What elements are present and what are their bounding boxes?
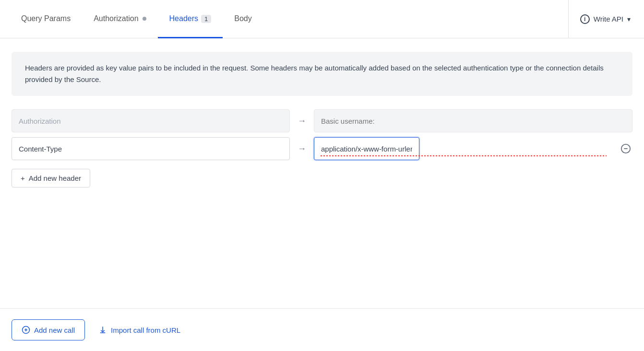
main-content: Headers are provided as key value pairs … <box>0 38 644 308</box>
tab-headers[interactable]: Headers 1 <box>158 0 223 38</box>
add-header-label: Add new header <box>29 174 81 182</box>
header-key-authorization[interactable] <box>12 109 290 132</box>
header-value-content-type[interactable] <box>314 137 419 160</box>
remove-header-button[interactable] <box>619 142 632 155</box>
add-call-button[interactable]: Add new call <box>12 319 85 340</box>
info-icon: i <box>580 14 590 24</box>
tab-bar: Query Params Authorization Headers 1 Bod… <box>0 0 644 38</box>
add-header-plus-icon: + <box>21 174 25 182</box>
info-box-text: Headers are provided as key value pairs … <box>25 64 604 83</box>
add-header-button[interactable]: + Add new header <box>12 169 90 187</box>
header-value-authorization <box>314 109 632 132</box>
tab-authorization-label: Authorization <box>94 14 138 23</box>
tab-authorization[interactable]: Authorization <box>82 0 157 38</box>
write-api-label: Write API <box>594 15 623 23</box>
tab-bar-left: Query Params Authorization Headers 1 Bod… <box>10 0 568 38</box>
tab-query-params-label: Query Params <box>21 14 71 23</box>
header-value-wrapper <box>314 137 613 160</box>
headers-section: → → + Ad <box>12 109 632 187</box>
info-box: Headers are provided as key value pairs … <box>12 52 632 96</box>
add-call-icon <box>22 326 30 334</box>
add-call-label: Add new call <box>34 326 75 334</box>
chevron-down-icon[interactable]: ▾ <box>627 15 631 23</box>
tab-query-params[interactable]: Query Params <box>10 0 82 38</box>
tab-body[interactable]: Body <box>223 0 263 38</box>
import-curl-label: Import call from cURL <box>111 326 180 334</box>
header-row-content-type: → <box>12 137 632 160</box>
bottom-bar: Add new call Import call from cURL <box>0 308 644 351</box>
write-api-section: i Write API ▾ <box>568 0 634 38</box>
header-row-authorization: → <box>12 109 632 132</box>
arrow-icon-2: → <box>298 144 306 154</box>
import-curl-button[interactable]: Import call from cURL <box>96 320 182 340</box>
import-curl-icon <box>98 326 107 334</box>
tab-body-label: Body <box>234 14 251 23</box>
arrow-icon-1: → <box>298 116 306 126</box>
header-key-content-type[interactable] <box>12 137 290 160</box>
tab-headers-badge: 1 <box>201 15 211 23</box>
tab-headers-label: Headers <box>169 14 198 23</box>
